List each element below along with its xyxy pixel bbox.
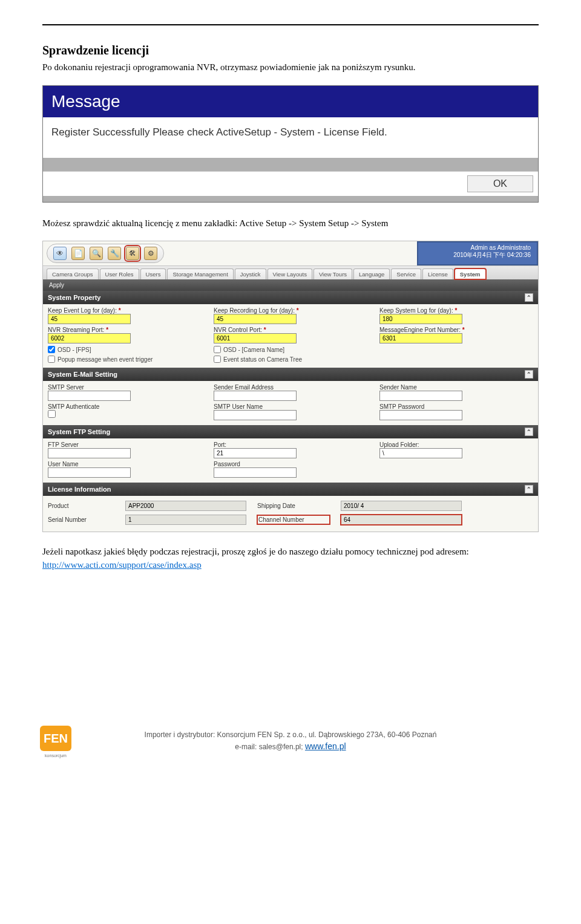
svg-text:FEN: FEN	[44, 732, 68, 745]
section-system-property[interactable]: System Property ⌃	[43, 291, 538, 304]
input-smtp-pass[interactable]	[379, 410, 462, 420]
tab-user-roles[interactable]: User Roles	[100, 268, 139, 279]
tool-icon-3[interactable]: 🔧	[108, 247, 121, 260]
tab-view-layouts[interactable]: View Layouts	[268, 268, 312, 279]
input-sender-addr[interactable]	[214, 391, 297, 401]
value-product	[125, 501, 246, 511]
check-popup[interactable]: Popup message when event trigger	[48, 356, 202, 363]
label-smtp-server: SMTP Server	[48, 384, 202, 391]
checkbox-event-tree[interactable]	[214, 356, 221, 363]
collapse-icon[interactable]: ⌃	[525, 485, 533, 493]
label-osd-camera: OSD - [Camera Name]	[223, 346, 284, 353]
label-event-tree: Event status on Camera Tree	[223, 356, 302, 363]
email-panel: SMTP Server Sender Email Address Sender …	[43, 381, 538, 425]
page-footer: FEN konsorcjum Importer i dystrybutor: K…	[42, 729, 539, 753]
tab-service[interactable]: Service	[391, 268, 421, 279]
label-keep-recording: Keep Recording Log for (day):	[214, 307, 367, 314]
tab-language[interactable]: Language	[353, 268, 390, 279]
dialog-divider	[43, 158, 538, 171]
input-keep-event[interactable]	[48, 314, 131, 324]
input-keep-system[interactable]	[379, 314, 462, 324]
collapse-icon[interactable]: ⌃	[525, 370, 533, 379]
footer-line2: e-mail: sales@fen.pl; www.fen.pl	[42, 740, 539, 753]
check-osd-fps[interactable]: OSD - [FPS]	[48, 346, 202, 353]
dialog-button-row: OK	[43, 171, 538, 196]
input-msg-port[interactable]	[379, 333, 462, 343]
check-event-tree[interactable]: Event status on Camera Tree	[214, 356, 367, 363]
intro-paragraph: Po dokonaniu rejestracji oprogramowania …	[42, 61, 539, 74]
input-stream-port[interactable]	[48, 333, 131, 343]
checkbox-popup[interactable]	[48, 356, 55, 363]
section-email[interactable]: System E-Mail Setting ⌃	[43, 368, 538, 381]
dialog-title: Message	[43, 86, 538, 117]
app-toolbar-row: 👁 📄 🔍 🔧 🛠 ⚙ Admin as Administrato 2010年4…	[43, 241, 538, 265]
tab-users[interactable]: Users	[140, 268, 166, 279]
check-osd-camera[interactable]: OSD - [Camera Name]	[214, 346, 367, 353]
top-rule	[42, 24, 539, 25]
input-smtp-server[interactable]	[48, 391, 131, 401]
input-ftp-server[interactable]	[48, 448, 131, 458]
tab-joystick[interactable]: Joystick	[235, 268, 266, 279]
tool-icon-1[interactable]: 📄	[71, 247, 85, 260]
fen-logo-icon: FEN konsorcjum	[36, 722, 75, 761]
label-sender-name: Sender Name	[379, 384, 533, 391]
tab-system[interactable]: System	[455, 268, 486, 279]
apply-bar[interactable]: Apply	[43, 279, 538, 291]
checkbox-smtp-auth[interactable]	[48, 410, 56, 418]
label-ctrl-port: NVR Control Port:	[214, 327, 367, 333]
ok-button[interactable]: OK	[467, 175, 533, 192]
input-smtp-user[interactable]	[214, 410, 297, 420]
section-license[interactable]: License Information ⌃	[43, 483, 538, 496]
footer-email-text: e-mail: sales@fen.pl;	[235, 743, 305, 751]
footer-line1: Importer i dystrybutor: Konsorcjum FEN S…	[42, 729, 539, 740]
tool-icon-2[interactable]: 🔍	[90, 247, 103, 260]
checkbox-osd-camera[interactable]	[214, 346, 221, 353]
label-channel-number: Channel Number	[257, 515, 330, 524]
toolbar-ribbon: 👁 📄 🔍 🔧 🛠 ⚙	[47, 244, 164, 263]
collapse-icon[interactable]: ⌃	[525, 428, 533, 436]
tab-strip: Camera Groups User Roles Users Storage M…	[43, 265, 538, 279]
label-keep-event: Keep Event Log for (day):	[48, 307, 202, 314]
message-dialog: Message Register Successfully Please che…	[42, 85, 539, 203]
system-property-panel: Keep Event Log for (day): Keep Recording…	[43, 304, 538, 368]
tab-view-tours[interactable]: View Tours	[313, 268, 352, 279]
input-upload-folder[interactable]	[379, 448, 462, 458]
svg-text:konsorcjum: konsorcjum	[45, 753, 67, 758]
label-product: Product	[48, 503, 114, 509]
section-ftp[interactable]: System FTP Setting ⌃	[43, 425, 538, 438]
input-keep-recording[interactable]	[214, 314, 297, 324]
footer-site-link[interactable]: www.fen.pl	[305, 741, 346, 751]
input-ftp-pass[interactable]	[214, 467, 297, 478]
label-smtp-auth: SMTP Authenticate	[48, 403, 202, 410]
tab-camera-groups[interactable]: Camera Groups	[47, 268, 99, 279]
label-smtp-pass: SMTP Password	[379, 403, 533, 410]
checkbox-osd-fps[interactable]	[48, 346, 55, 353]
support-link[interactable]: http://www.acti.com/support/case/index.a…	[42, 560, 202, 570]
label-osd-fps: OSD - [FPS]	[57, 346, 91, 353]
view-icon[interactable]: 👁	[53, 247, 67, 260]
label-ftp-user: User Name	[48, 461, 202, 467]
license-panel: Product Shipping Date Serial Number Chan…	[43, 496, 538, 532]
label-serial: Serial Number	[48, 516, 114, 523]
input-ftp-port[interactable]	[214, 448, 297, 458]
closing-text: Jeżeli napotkasz jakieś błędy podczas re…	[42, 547, 469, 556]
label-sender-addr: Sender Email Address	[214, 384, 367, 391]
dialog-body: Register Successfully Please check Activ…	[43, 117, 538, 158]
input-ftp-user[interactable]	[48, 467, 131, 478]
input-sender-name[interactable]	[379, 391, 462, 401]
input-ctrl-port[interactable]	[214, 333, 297, 343]
ftp-panel: FTP Server Port: Upload Folder: User Nam…	[43, 438, 538, 483]
admin-datetime: 2010年4月4日 下午 04:20:36	[424, 251, 531, 259]
label-popup: Popup message when event trigger	[57, 356, 153, 363]
active-setup-icon[interactable]: 🛠	[126, 247, 139, 260]
label-upload-folder: Upload Folder:	[379, 441, 533, 448]
label-stream-port: NVR Streaming Port:	[48, 327, 202, 333]
collapse-icon[interactable]: ⌃	[525, 293, 533, 302]
section-title-email: System E-Mail Setting	[48, 371, 117, 378]
tool-icon-5[interactable]: ⚙	[144, 247, 157, 260]
section-heading: Sprawdzenie licencji	[42, 44, 539, 57]
tab-license[interactable]: License	[422, 268, 453, 279]
closing-paragraph: Jeżeli napotkasz jakieś błędy podczas re…	[42, 545, 539, 572]
tab-storage-management[interactable]: Storage Management	[167, 268, 233, 279]
mid-paragraph: Możesz sprawdzić aktualną licencję z men…	[42, 217, 539, 230]
